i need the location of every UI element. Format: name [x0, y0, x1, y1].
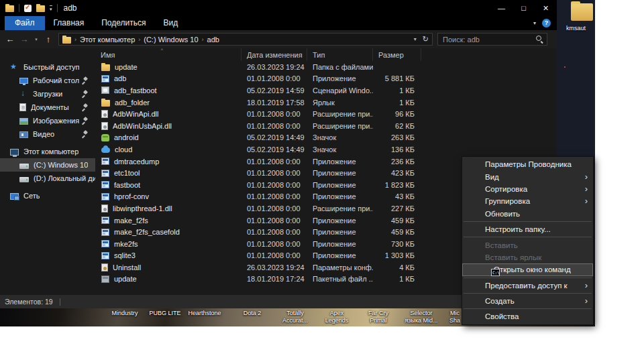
breadcrumb-item[interactable]: adb	[207, 36, 219, 44]
ribbon-expand-chevron-icon[interactable]: ▾	[533, 20, 536, 26]
address-dropdown-icon[interactable]: ▾	[414, 36, 417, 42]
menu-item-properties[interactable]: Свойства	[462, 310, 593, 322]
file-size: 43 КБ	[373, 192, 421, 200]
file-size: 1 303 КБ	[373, 251, 421, 259]
file-type: Приложение	[307, 158, 373, 166]
search-input[interactable]	[441, 35, 533, 44]
desktop-shortcut-1[interactable]: PUBG LITE	[149, 310, 180, 317]
file-size: 5 881 КБ	[373, 74, 421, 82]
qat-customize-arrow-icon[interactable]: ▾	[50, 5, 52, 11]
menu-item-explorer-options[interactable]: Параметры Проводника	[462, 158, 593, 170]
menu-item-refresh[interactable]: Обновить	[462, 208, 593, 220]
desktop-shortcut-6[interactable]: Far CryPrimal	[368, 310, 388, 324]
file-type: Приложение	[307, 217, 373, 225]
menu-item-open-command-window[interactable]: Открыть окно команд	[462, 263, 593, 276]
refresh-icon[interactable]: ↻	[423, 35, 429, 44]
shortcut-label-line: языка Mid...	[405, 317, 437, 324]
file-name-cell: libwinpthread-1.dll	[95, 204, 241, 213]
maximize-button[interactable]: □	[513, 0, 535, 16]
table-row[interactable]: adb01.01.2008 0:00Приложение5 881 КБ	[95, 73, 557, 85]
sidebar-item-label: Загрузки	[33, 90, 62, 98]
properties-qat-icon[interactable]	[24, 5, 32, 12]
breadcrumb-item[interactable]: Этот компьютер	[80, 36, 135, 44]
menu-item-customize-folder[interactable]: Настроить папку...	[462, 223, 593, 235]
file-date: 01.01.2008 0:00	[241, 240, 307, 248]
desktop-shortcut-3[interactable]: Dota 2	[244, 310, 262, 317]
file-type: Пакетный файл ...	[307, 275, 373, 283]
sidebar-item-pictures[interactable]: Изображения	[0, 114, 95, 127]
sidebar-item-quick-access[interactable]: Быстрый доступ	[0, 60, 95, 74]
column-header-3[interactable]: Размер	[373, 48, 421, 61]
column-header-1[interactable]: Дата изменения	[241, 48, 307, 61]
desktop-shortcut-7[interactable]: Selectorязыка Mid...	[405, 310, 437, 324]
table-row[interactable]: update26.03.2023 19:24Папка с файлами	[95, 61, 557, 73]
breadcrumb-chevron-icon: ›	[74, 36, 76, 43]
file-date: 05.02.2019 14:49	[241, 133, 307, 141]
file-name: AdbWinUsbApi.dll	[113, 122, 172, 130]
tab-file[interactable]: Файл	[5, 16, 45, 30]
tab-view[interactable]: Вид	[154, 16, 186, 30]
table-row[interactable]: AdbWinApi.dll01.01.2008 0:00Расширение п…	[95, 108, 557, 120]
forward-button[interactable]: →	[19, 34, 29, 44]
dll-icon	[101, 110, 108, 118]
table-row[interactable]: AdbWinUsbApi.dll01.01.2008 0:00Расширени…	[95, 120, 557, 132]
file-type: Значок	[307, 145, 373, 154]
shortcut-label-line: Sha	[449, 317, 460, 324]
help-icon[interactable]: ?	[542, 19, 551, 27]
table-row[interactable]: adb_fastboot05.02.2019 14:59Сценарий Win…	[95, 84, 557, 97]
minimize-button[interactable]: —	[490, 0, 513, 16]
desktop-shortcut-2[interactable]: Hearthstone	[188, 310, 221, 317]
file-name: adb_fastboot	[114, 86, 157, 95]
desktop-shortcut-5[interactable]: ApexLegends	[325, 310, 349, 324]
sidebar-item-network[interactable]: Сеть	[0, 189, 95, 202]
new-folder-qat-icon[interactable]	[36, 5, 45, 12]
desktop-shortcut-0[interactable]: Mindustry	[111, 310, 138, 317]
file-date: 05.02.2019 14:49	[241, 145, 307, 154]
address-bar[interactable]: ›Этот компьютер›(C:) Windows 10›adb ▾ ↻	[58, 33, 433, 46]
menu-separator	[464, 221, 592, 222]
menu-item-create[interactable]: Создать›	[462, 295, 593, 307]
file-name: fastboot	[114, 181, 140, 189]
sidebar-item-desktop[interactable]: Рабочий стол	[0, 74, 95, 87]
table-row[interactable]: cloud05.02.2019 14:49Значок136 КБ	[95, 143, 557, 156]
column-header-0[interactable]: Имя^	[95, 48, 241, 61]
column-header-label: Имя	[101, 51, 115, 59]
sidebar-item-label: Изображения	[33, 117, 79, 125]
sidebar-item-this-pc[interactable]: Этот компьютер	[0, 145, 95, 158]
sidebar-item-videos[interactable]: Видео	[0, 127, 95, 141]
menu-item-group[interactable]: Группировка›	[462, 195, 593, 207]
titlebar: ▾ adb — □ ×	[0, 0, 557, 16]
file-size: 227 КБ	[373, 204, 421, 213]
ribbon-tab-list: ФайлГлавнаяПоделитьсяВид	[5, 16, 186, 30]
menu-separator	[464, 237, 592, 237]
close-button[interactable]: ×	[535, 0, 557, 16]
sidebar-item-drive-d[interactable]: (D:) Локальный ди	[0, 172, 95, 185]
file-name-cell: make_f2fs	[95, 217, 241, 225]
table-row[interactable]: android05.02.2019 14:49Значок263 КБ	[95, 132, 557, 144]
file-name-cell: etc1tool	[95, 169, 241, 177]
breadcrumb-item[interactable]: (C:) Windows 10	[144, 36, 198, 44]
tab-home[interactable]: Главная	[45, 16, 93, 30]
bat-icon	[101, 276, 109, 283]
sidebar-item-documents[interactable]: Документы	[0, 101, 95, 114]
column-header-2[interactable]: Тип	[307, 48, 373, 61]
desktop-shortcut-4[interactable]: TotallyAccurat...	[282, 310, 308, 324]
sidebar-item-downloads[interactable]: Загрузки	[0, 87, 95, 101]
app-icon	[101, 193, 109, 200]
menu-item-view[interactable]: Вид›	[462, 170, 593, 182]
tab-share[interactable]: Поделиться	[93, 16, 154, 30]
back-button[interactable]: ←	[5, 34, 15, 44]
desktop-shortcut-8[interactable]: MicSha	[449, 310, 460, 324]
table-row[interactable]: adb_folder18.01.2019 17:58Ярлык1 КБ	[95, 97, 557, 109]
desktop-folder-icon[interactable]	[571, 3, 593, 21]
file-name-cell: dmtracedump	[95, 158, 241, 166]
search-icon[interactable]	[536, 36, 543, 43]
up-button[interactable]: ↑	[44, 34, 53, 44]
recent-locations-arrow-icon[interactable]: ▾	[34, 37, 39, 42]
shortcut-label-line: Totally	[282, 310, 308, 317]
menu-item-label: Параметры Проводника	[485, 160, 572, 168]
menu-item-give-access[interactable]: Предоставить доступ к›	[462, 280, 593, 292]
explorer-app-icon[interactable]	[5, 5, 14, 12]
menu-item-sort[interactable]: Сортировка›	[462, 183, 593, 195]
sidebar-item-drive-c[interactable]: (C:) Windows 10	[0, 158, 95, 172]
